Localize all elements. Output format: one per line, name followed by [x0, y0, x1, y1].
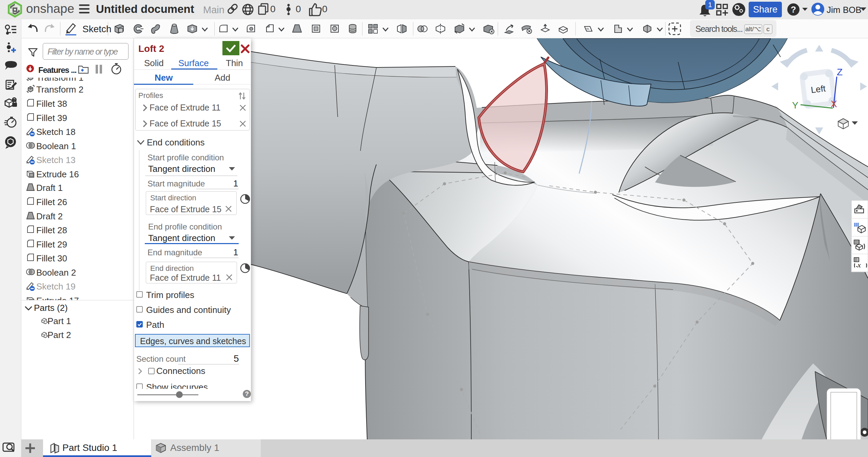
svg-text:Left: Left	[810, 83, 826, 95]
svg-text:?: ?	[791, 4, 796, 15]
svg-text:x: x	[857, 261, 861, 269]
svg-text:1: 1	[708, 1, 712, 8]
svg-text:X: X	[831, 99, 837, 109]
svg-text:Y: Y	[792, 100, 798, 111]
svg-text:Z: Z	[837, 67, 843, 77]
